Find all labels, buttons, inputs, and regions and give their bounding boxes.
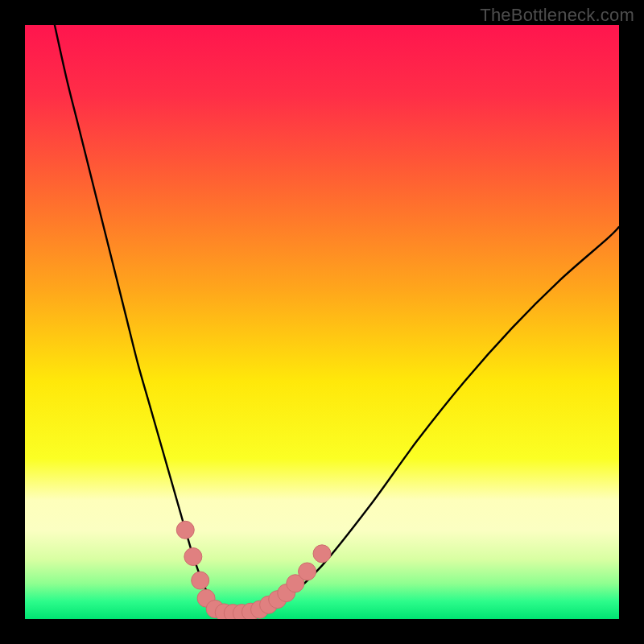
plot-area (25, 25, 619, 619)
curve-marker (299, 563, 316, 580)
curve-markers (176, 521, 331, 619)
curve-marker (184, 548, 202, 566)
curve-marker (176, 521, 194, 539)
chart-frame: TheBottleneck.com (0, 0, 644, 644)
curve-marker (313, 545, 331, 563)
curve-marker (192, 572, 209, 589)
bottleneck-curve (55, 25, 619, 613)
watermark-label: TheBottleneck.com (480, 5, 634, 26)
chart-svg (25, 25, 619, 619)
